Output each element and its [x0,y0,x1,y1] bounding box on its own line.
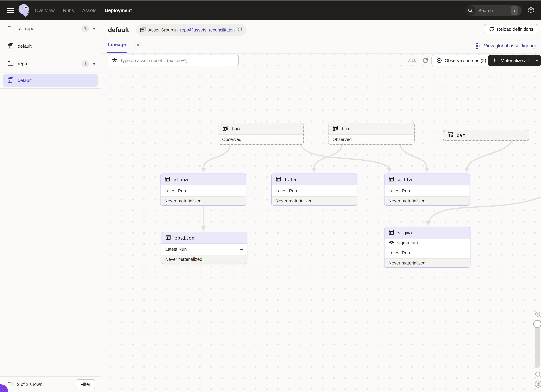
asset-icon-and-name: beta [271,174,357,185]
sidebar-item-label: default [18,78,31,83]
asset-name: foo [231,126,240,132]
zoom-out-icon[interactable] [534,371,541,379]
table-icon [164,176,171,183]
asset-icon-and-name: sigma [385,227,470,239]
asset-node-epsilon[interactable]: epsilonLatest Run–Never materialized [161,232,247,264]
asset-name: alpha [174,177,188,182]
dagster-app: Overview Runs Assets Deployment Search..… [0,0,541,392]
source-asset-icon-and-name: baz [443,130,529,140]
never-materialized-row: Never materialized [385,258,470,267]
sidebar-item-default-altrepo[interactable]: default [0,37,101,55]
edge-arrowhead [426,221,431,226]
shown-count-text: 2 of 2 shown [17,382,42,387]
latest-run-row: Latest Run– [385,247,470,258]
asset-check-row[interactable]: sigma_tau [385,239,470,247]
never-materialized-row: Never materialized [385,196,469,205]
selected-pill[interactable]: default [3,74,98,87]
source-table-icon [222,125,228,132]
search-input[interactable]: Search... / [465,5,522,16]
latest-run-row: Latest Run– [161,185,246,196]
sidebar-item-label: repo [18,61,27,66]
asset-node-baz[interactable]: baz [443,130,529,141]
count-badge: 1 [82,60,89,67]
lineage-edges [101,54,541,392]
observe-sources-button[interactable]: Observe sources (2) [432,55,491,66]
nav-overview[interactable]: Overview [35,8,55,13]
asset-node-alpha[interactable]: alphaLatest Run–Never materialized [160,173,246,206]
chevron-down-icon[interactable]: ▾ [93,61,95,66]
materialize-options-caret[interactable]: ▾ [533,55,541,66]
page-header: default Asset Group in repo@assets_recon… [101,20,541,40]
folder-icon [7,381,13,388]
sidebar-item-label: alt_repo [18,26,34,31]
sidebar-footer: 2 of 2 shown Filter [0,377,101,392]
source-table-icon [332,125,338,132]
fit-view-icon[interactable] [534,380,541,389]
page-title: default [108,26,129,34]
refresh-icon[interactable] [422,57,429,65]
lineage-edge-foo-alpha [203,145,230,168]
view-global-asset-lineage-link[interactable]: View global asset lineage [475,43,537,49]
asset-subset-placeholder: Type an asset subset... (ex: foo+*) [120,58,187,63]
asset-group-badge-text: Asset Group in [148,27,178,33]
lineage-edge-baz-delta [467,141,512,168]
divider [0,88,101,89]
materialize-all-button[interactable]: Materialize all ▾ [488,55,541,66]
zoom-slider-track[interactable] [535,327,540,368]
observe-sources-label: Observe sources (2) [445,58,486,63]
count-badge: 1 [82,25,89,32]
lineage-canvas[interactable]: fooObserved–barObserved–bazalphaLatest R… [101,54,541,392]
edge-arrowhead [312,168,317,173]
dagster-logo-icon[interactable] [17,3,31,18]
edge-arrowhead [201,168,206,173]
top-navigation-bar: Overview Runs Assets Deployment Search..… [0,1,541,20]
reload-definitions-button[interactable]: Reload definitions [484,24,538,34]
asset-name: epsilon [174,235,194,241]
menu-icon[interactable] [7,7,14,14]
zoom-in-icon[interactable] [534,311,541,319]
tabs-row: Lineage List View global asset lineage [101,40,541,54]
code-location-sidebar: alt_repo 1 ▾ default repo 1 ▾ [0,20,101,392]
main-content: default Asset Group in repo@assets_recon… [101,20,541,392]
asset-name: beta [285,177,296,182]
tab-list[interactable]: List [135,40,142,53]
asset-node-beta[interactable]: betaLatest Run–Never materialized [271,173,357,206]
asset-group-icon [7,77,14,84]
asset-name: baz [457,132,465,138]
sidebar-item-alt-repo[interactable]: alt_repo 1 ▾ [0,20,101,37]
asset-node-foo[interactable]: fooObserved– [218,123,304,145]
sidebar-item-repo[interactable]: repo 1 ▾ [0,55,101,72]
asset-subset-input[interactable]: Type an asset subset... (ex: foo+*) [108,55,239,66]
view-global-asset-lineage-label: View global asset lineage [484,43,537,49]
tab-lineage[interactable]: Lineage [108,40,126,53]
filter-button[interactable]: Filter [76,379,95,389]
edge-arrowhead [424,168,429,173]
folder-icon [7,25,14,32]
settings-gear-icon[interactable] [527,6,535,15]
never-materialized-row: Never materialized [161,255,247,264]
source-table-icon [447,132,453,139]
never-materialized-row: Never materialized [161,196,246,205]
nav-assets[interactable]: Assets [82,8,97,13]
chevron-down-icon[interactable]: ▾ [93,26,95,31]
nav-runs[interactable]: Runs [63,8,74,13]
observed-row: Observed– [328,135,414,144]
reload-location-icon[interactable] [237,27,243,33]
zoom-slider-knob[interactable] [533,320,541,328]
asset-node-delta[interactable]: deltaLatest Run–Never materialized [384,173,470,206]
graph-toolbar: Type an asset subset... (ex: foo+*) 0:18… [101,54,541,68]
sidebar-item-default-selected[interactable]: default [0,72,101,88]
asset-node-sigma[interactable]: sigmasigma_tauLatest Run–Never materiali… [384,227,470,268]
asset-name: bar [342,126,350,132]
table-icon [388,176,395,183]
asset-group-icon [140,26,146,34]
asset-name: delta [398,177,412,182]
source-asset-icon-and-name: foo [218,123,303,135]
repo-link[interactable]: repo@assets_reconciliation [180,27,235,33]
table-icon [275,176,282,183]
nav-deployment[interactable]: Deployment [105,8,132,13]
asset-icon-and-name: delta [385,174,469,185]
edge-arrowhead [387,168,392,173]
asset-node-bar[interactable]: barObserved– [328,123,415,145]
edge-arrowhead [464,168,469,173]
